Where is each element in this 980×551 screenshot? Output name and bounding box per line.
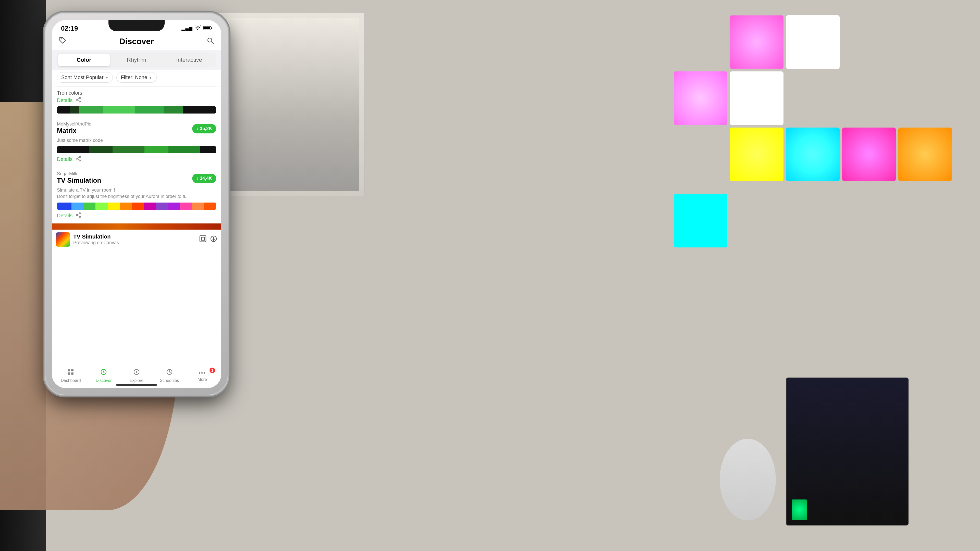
svg-point-16 [80, 216, 81, 218]
preview-action-buttons [199, 235, 217, 244]
svg-line-14 [77, 159, 79, 160]
preview-sub-label: Previewing on Canvas [73, 240, 196, 245]
svg-rect-1 [211, 27, 212, 29]
matrix-meta: MeMyselfAndPie Matrix [57, 121, 91, 136]
svg-point-30 [136, 371, 137, 373]
svg-point-11 [80, 160, 81, 161]
tv-download-count: 34,4K [200, 176, 212, 181]
tron-title: Tron colors [57, 90, 216, 96]
nav-discover[interactable]: Discover [94, 368, 114, 383]
explore-icon [133, 368, 140, 377]
tag-icon[interactable] [59, 37, 67, 46]
matrix-download-count: 35,2K [200, 126, 212, 131]
svg-point-12 [76, 158, 78, 159]
tv-download-icon: ↓ [196, 176, 198, 181]
matrix-download-badge[interactable]: ↓ 35,2K [192, 124, 216, 133]
matrix-actions: Details [57, 156, 216, 163]
svg-line-33 [169, 372, 170, 373]
dashboard-icon [67, 368, 74, 377]
tv-share-icon[interactable] [76, 212, 81, 219]
matrix-color-bar [57, 146, 216, 153]
canvas-icon[interactable] [199, 235, 207, 244]
svg-line-18 [77, 213, 79, 214]
sort-arrow-icon: ▼ [105, 76, 109, 79]
svg-line-4 [211, 41, 213, 44]
nanoleaf-panel-white-1 [786, 15, 840, 69]
search-icon[interactable] [207, 37, 214, 46]
nanoleaf-panels [674, 15, 904, 245]
filter-select[interactable]: Filter: None ▼ [116, 72, 156, 83]
tv-details-link[interactable]: Details [57, 213, 73, 219]
nav-explore-label: Explore [130, 378, 143, 383]
discover-icon [100, 368, 107, 377]
nanoleaf-panel-yellow [730, 127, 783, 181]
nav-schedules[interactable]: Schedules [159, 368, 180, 383]
tv-description: Simulate a TV in your room ! Don't forge… [57, 187, 216, 200]
pc-rgb-light [792, 499, 807, 520]
nanoleaf-panel-orange [898, 127, 952, 181]
matrix-details-link[interactable]: Details [57, 156, 73, 162]
more-badge: 1 [210, 368, 215, 373]
tv-name: TV Simulation [57, 176, 101, 184]
svg-rect-20 [200, 236, 206, 242]
svg-line-8 [77, 98, 79, 99]
speaker [720, 439, 776, 520]
more-icon: ••• [199, 370, 206, 376]
svg-rect-2 [204, 27, 210, 29]
signal-icon: ▂▄▆ [181, 25, 192, 31]
schedules-icon [166, 368, 173, 377]
filter-arrow-icon: ▼ [149, 76, 152, 79]
download-icon: ↓ [196, 126, 198, 131]
apply-icon[interactable] [210, 235, 217, 244]
nav-explore[interactable]: Explore [126, 368, 147, 383]
matrix-effect-item: MeMyselfAndPie Matrix ↓ 35,2K Just some … [52, 118, 221, 167]
tv-author: SugarMilk [57, 171, 101, 176]
svg-line-9 [77, 100, 79, 101]
nav-dashboard[interactable]: Dashboard [60, 368, 81, 383]
tab-interactive[interactable]: Interactive [163, 54, 215, 66]
tv-download-badge[interactable]: ↓ 34,4K [192, 174, 216, 183]
category-tabs: Color Rhythm Interactive [57, 52, 216, 68]
svg-rect-23 [68, 369, 70, 372]
svg-rect-25 [68, 372, 70, 375]
matrix-author: MeMyselfAndPie [57, 121, 91, 127]
effects-list: Tron colors Details [52, 86, 221, 363]
svg-point-10 [80, 156, 81, 158]
phone-screen: 02:19 ▂▄▆ Discover [52, 20, 221, 388]
tab-color[interactable]: Color [58, 54, 110, 66]
svg-rect-24 [71, 369, 73, 372]
sort-select[interactable]: Sort: Most Popular ▼ [57, 72, 113, 83]
preview-text: TV Simulation Previewing on Canvas [73, 233, 196, 245]
svg-line-19 [77, 215, 79, 216]
tron-share-icon[interactable] [76, 97, 81, 104]
nav-more[interactable]: ••• 1 More [192, 370, 213, 382]
svg-point-17 [76, 214, 78, 216]
svg-point-6 [80, 101, 81, 102]
nanoleaf-panel-cyan-bottom [674, 194, 727, 248]
battery-icon [203, 26, 212, 31]
preview-thumbnail [56, 232, 70, 247]
nav-more-label: More [197, 377, 207, 382]
tron-color-bar [57, 106, 216, 114]
matrix-header: MeMyselfAndPie Matrix ↓ 35,2K [57, 121, 216, 136]
matrix-share-icon[interactable] [76, 156, 81, 163]
tab-rhythm[interactable]: Rhythm [111, 54, 162, 66]
nav-dashboard-label: Dashboard [61, 378, 81, 383]
tv-actions: Details [57, 212, 216, 219]
matrix-description: Just some matrix code [57, 137, 216, 144]
tron-details-link[interactable]: Details [57, 97, 73, 103]
matrix-name: Matrix [57, 127, 91, 135]
nanoleaf-panel-pink-3 [842, 127, 896, 181]
svg-point-7 [76, 99, 78, 100]
phone-notch [108, 20, 165, 31]
nanoleaf-panel-white-2 [730, 71, 783, 125]
filter-row: Sort: Most Popular ▼ Filter: None ▼ [52, 70, 221, 86]
svg-line-13 [77, 157, 79, 158]
preview-bar: TV Simulation Previewing on Canvas [52, 230, 221, 249]
pc-case [786, 378, 908, 526]
svg-point-5 [80, 97, 81, 99]
tv-header: SugarMilk TV Simulation ↓ 34,4K [57, 171, 216, 186]
svg-marker-28 [103, 370, 105, 373]
tv-meta: SugarMilk TV Simulation [57, 171, 101, 186]
tron-effect-item: Tron colors Details [52, 86, 221, 118]
